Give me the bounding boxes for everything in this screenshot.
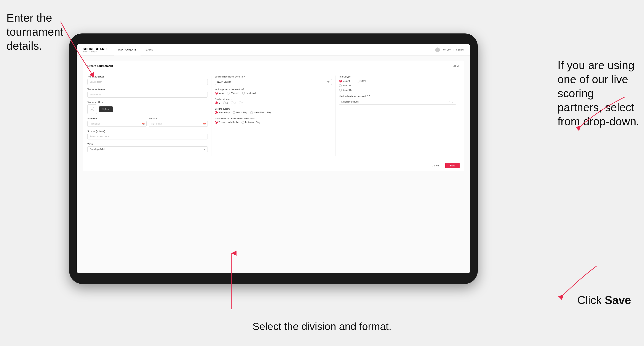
form-column-3: Format type 5 count 4 Other <box>336 76 460 156</box>
venue-select[interactable]: Search golf club <box>87 146 208 152</box>
scoring-match-radio[interactable] <box>232 111 236 114</box>
save-button[interactable]: Save <box>445 163 460 168</box>
sign-out-link[interactable]: Sign out <box>456 49 464 51</box>
gender-label: Which gender is the event for? <box>215 88 332 91</box>
format-6count5-radio[interactable] <box>339 89 342 92</box>
gender-mens-radio[interactable] <box>215 92 218 95</box>
format-6count4-radio[interactable] <box>339 84 342 87</box>
format-5count4[interactable]: 5 count 4 <box>339 80 352 82</box>
rounds-4-label: 4 <box>242 102 244 104</box>
individuals-radio[interactable] <box>242 121 244 124</box>
end-date-input[interactable] <box>149 121 208 127</box>
format-6count5-label: 6 count 5 <box>343 89 352 91</box>
brand-logo: SCOREBOARD Powered by clippit <box>83 47 107 52</box>
format-other-radio[interactable] <box>357 80 360 82</box>
individuals-option[interactable]: Individuals Only <box>242 121 260 124</box>
gender-combined-label: Combined <box>246 92 256 94</box>
tablet-screen: SCOREBOARD Powered by clippit TOURNAMENT… <box>77 44 470 273</box>
live-scoring-input[interactable]: Leaderboard King ✕ ⌄ <box>339 99 456 105</box>
form-title: Create Tournament <box>87 64 113 68</box>
start-date-input[interactable] <box>87 121 146 127</box>
live-scoring-label: Use third-party live scoring API? <box>339 95 456 97</box>
teams-group: Is this event for Teams and/or Individua… <box>215 117 332 124</box>
scoring-match[interactable]: Match Play <box>232 111 247 114</box>
live-scoring-group: Use third-party live scoring API? Leader… <box>339 95 456 105</box>
gender-combined-radio[interactable] <box>242 92 245 95</box>
nav-tab-tournaments[interactable]: TOURNAMENTS <box>114 44 140 55</box>
division-group: Which division is the event for? NCAA Di… <box>215 76 332 85</box>
rounds-3[interactable]: 3 <box>231 101 236 104</box>
end-date-wrap: 📅 <box>149 121 208 127</box>
live-scoring-value: Leaderboard King <box>341 101 359 103</box>
rounds-3-label: 3 <box>234 102 236 104</box>
rounds-4-radio[interactable] <box>239 101 242 104</box>
form-body: Tournament Host Tournament name Tourname… <box>83 71 464 160</box>
calendar-icon-start: 📅 <box>142 122 145 125</box>
form-header: Create Tournament ‹ Back <box>83 61 464 71</box>
gender-radio-group: Mens Womens Combined <box>215 92 332 95</box>
tournament-host-input[interactable] <box>87 79 208 85</box>
rounds-1-label: 1 <box>218 102 220 104</box>
gender-womens[interactable]: Womens <box>227 92 239 95</box>
rounds-4[interactable]: 4 <box>239 101 244 104</box>
logo-placeholder: 🖼 <box>87 104 97 114</box>
scoring-stroke-radio[interactable] <box>215 111 218 114</box>
gender-combined[interactable]: Combined <box>242 92 256 95</box>
format-6count5[interactable]: 6 count 5 <box>339 89 456 92</box>
tournament-host-group: Tournament Host <box>87 76 208 85</box>
nav-separator: | <box>454 49 454 51</box>
tournament-name-input[interactable] <box>87 92 208 98</box>
format-5count4-radio[interactable] <box>339 80 342 82</box>
annotation-top-left: Enter the tournament details. <box>6 11 67 53</box>
tournament-logo-group: Tournament logo 🖼 Upload <box>87 101 208 114</box>
scoring-match-label: Match Play <box>236 111 247 114</box>
rounds-1[interactable]: 1 <box>215 101 220 104</box>
live-scoring-clear-icon[interactable]: ✕ ⌄ <box>449 100 454 103</box>
scoring-medal-radio[interactable] <box>250 111 253 114</box>
cancel-button[interactable]: Cancel <box>428 163 443 168</box>
rounds-1-radio[interactable] <box>215 101 218 104</box>
teams-radio-group: Teams (+Individuals) Individuals Only <box>215 121 332 124</box>
venue-label: Venue <box>87 143 208 145</box>
rounds-3-radio[interactable] <box>231 101 234 104</box>
end-date-group: End date 📅 <box>149 117 208 127</box>
start-date-label: Start date <box>87 117 146 120</box>
tournament-logo-label: Tournament logo <box>87 101 208 103</box>
rounds-2-radio[interactable] <box>223 101 226 104</box>
logo-area: 🖼 Upload <box>87 104 208 114</box>
scoring-radio-group: Stroke Play Match Play Medal Match Play <box>215 111 332 114</box>
form-footer: Cancel Save <box>83 160 464 171</box>
teams-radio[interactable] <box>215 121 218 124</box>
user-avatar <box>435 47 440 52</box>
format-other[interactable]: Other <box>357 80 366 82</box>
back-link[interactable]: ‹ Back <box>453 65 460 67</box>
format-5count4-label: 5 count 4 <box>343 80 352 82</box>
sponsor-input[interactable] <box>87 134 208 140</box>
nav-tab-teams[interactable]: TEAMS <box>140 44 157 55</box>
scoring-medal[interactable]: Medal Match Play <box>250 111 271 114</box>
tournament-host-label: Tournament Host <box>87 76 208 78</box>
form-column-1: Tournament Host Tournament name Tourname… <box>87 76 212 156</box>
teams-label: Is this event for Teams and/or Individua… <box>215 117 332 120</box>
sponsor-group: Sponsor (optional) <box>87 130 208 140</box>
rounds-radio-group: 1 2 3 <box>215 101 332 104</box>
form-column-2: Which division is the event for? NCAA Di… <box>212 76 336 156</box>
gender-womens-radio[interactable] <box>227 92 230 95</box>
teams-option[interactable]: Teams (+Individuals) <box>215 121 238 124</box>
individuals-option-label: Individuals Only <box>245 121 260 124</box>
format-6count4-label: 6 count 4 <box>343 84 352 87</box>
format-6count4[interactable]: 6 count 4 <box>339 84 456 87</box>
image-icon: 🖼 <box>90 107 94 111</box>
brand-name: SCOREBOARD <box>83 47 107 51</box>
gender-mens[interactable]: Mens <box>215 92 224 95</box>
venue-group: Venue Search golf club <box>87 143 208 152</box>
rounds-2[interactable]: 2 <box>223 101 228 104</box>
upload-button[interactable]: Upload <box>99 106 113 112</box>
sponsor-label: Sponsor (optional) <box>87 130 208 133</box>
brand-sub: Powered by clippit <box>83 51 107 52</box>
scoring-stroke-label: Stroke Play <box>218 111 230 114</box>
scoring-stroke[interactable]: Stroke Play <box>215 111 230 114</box>
gender-group: Which gender is the event for? Mens Wome… <box>215 88 332 95</box>
division-select[interactable]: NCAA Division I <box>215 79 332 85</box>
page-content: Create Tournament ‹ Back Tournament Host… <box>77 55 470 273</box>
